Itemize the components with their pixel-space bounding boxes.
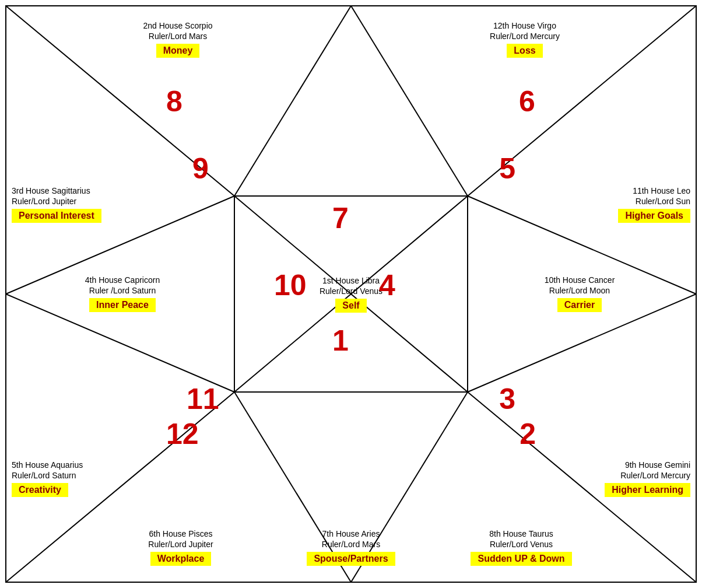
house-10: 10th House Cancer Ruler/Lord Moon Carrie…: [466, 192, 693, 394]
center-number-10: 10: [274, 268, 307, 302]
house-3-number: 9: [192, 152, 209, 186]
house-2-number: 8: [166, 85, 182, 118]
house-12-label: Loss: [507, 44, 542, 58]
house-1-title: 1st House Libra Ruler/Lord Venus: [320, 275, 382, 296]
house-8: 8th House Taurus Ruler/Lord Venus Sudden…: [410, 405, 632, 580]
house-11-number: 5: [499, 152, 515, 186]
house-6-title: 6th House Pisces Ruler/Lord Jupiter: [148, 528, 213, 550]
center-number-4: 4: [379, 268, 395, 302]
house-6-label: Workplace: [150, 552, 212, 566]
house-1-label: Self: [335, 299, 366, 313]
house-7-label: Spouse/Partners: [307, 552, 395, 566]
center-number-1: 1: [332, 324, 349, 358]
house-10-title: 10th House Cancer Ruler/Lord Moon: [545, 275, 615, 296]
house-8-label: Sudden UP & Down: [471, 552, 571, 566]
house-1: 1st House Libra Ruler/Lord Venus Self: [234, 196, 468, 392]
house-10-label: Carrier: [557, 298, 602, 312]
house-4-label: Inner Peace: [89, 298, 156, 312]
house-12-title: 12th House Virgo Ruler/Lord Mercury: [490, 20, 560, 41]
house-8-title: 8th House Taurus Ruler/Lord Venus: [489, 528, 553, 550]
house-7-title: 7th House Aries Ruler/Lord Mars: [322, 528, 380, 550]
chart-container: 2nd House Scorpio Ruler/Lord Mars Money …: [0, 0, 702, 588]
house-4-title: 4th House Capricorn Ruler /Lord Saturn: [85, 275, 160, 296]
house-6: 6th House Pisces Ruler/Lord Jupiter Work…: [70, 405, 292, 580]
house-5-label: Creativity: [12, 483, 68, 497]
house-12-number: 6: [519, 85, 535, 118]
house-2-label: Money: [156, 44, 200, 58]
house-4: 4th House Capricorn Ruler /Lord Saturn I…: [9, 192, 236, 394]
center-number-7: 7: [332, 201, 349, 235]
house-2-title: 2nd House Scorpio Ruler/Lord Mars: [143, 20, 212, 41]
